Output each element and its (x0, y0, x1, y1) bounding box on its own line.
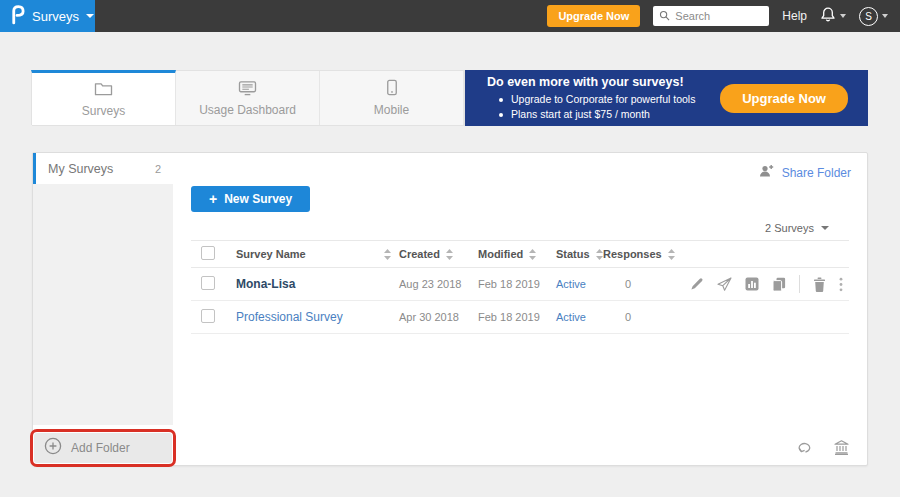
folder-name: My Surveys (48, 162, 113, 176)
upgrade-now-button[interactable]: Upgrade Now (547, 5, 640, 27)
survey-name-link[interactable]: Mona-Lisa (236, 277, 295, 291)
folder-count-badge: 2 (155, 163, 161, 175)
dashboard-icon (238, 80, 257, 99)
sort-icon[interactable] (529, 249, 536, 260)
table-row: Mona-Lisa Aug 23 2018 Feb 18 2019 Active… (191, 268, 849, 301)
tab-label: Usage Dashboard (199, 103, 296, 117)
copy-icon[interactable] (772, 277, 786, 292)
column-header-responses: Responses (603, 248, 662, 260)
upgrade-now-cta-button[interactable]: Upgrade Now (720, 84, 848, 113)
search-icon (659, 7, 670, 25)
survey-count-label: 2 Surveys (765, 222, 814, 234)
plus-icon: + (209, 194, 217, 204)
sidebar-item-my-surveys[interactable]: My Surveys 2 (33, 153, 173, 184)
survey-list-panel: Share Folder + New Survey 2 Surveys Surv… (173, 153, 867, 465)
folders-sidebar: My Surveys 2 Add Folder (33, 153, 173, 465)
created-cell: Apr 30 2018 (399, 311, 478, 323)
surveys-table: Survey Name Created Modified (191, 240, 849, 334)
chevron-down-icon (882, 14, 888, 18)
bell-icon (820, 6, 836, 27)
sort-icon[interactable] (384, 249, 391, 260)
responses-cell: 0 (603, 311, 675, 323)
column-header-survey-name: Survey Name (236, 248, 306, 260)
new-survey-button[interactable]: + New Survey (191, 186, 310, 212)
add-folder-label: Add Folder (71, 441, 130, 455)
survey-name-link[interactable]: Professional Survey (236, 310, 343, 324)
share-folder-label: Share Folder (782, 166, 851, 180)
tab-usage-dashboard[interactable]: Usage Dashboard (176, 71, 320, 125)
folder-icon (94, 81, 113, 100)
sort-icon[interactable] (446, 249, 453, 260)
new-survey-label: New Survey (224, 192, 292, 206)
history-icon[interactable] (797, 441, 814, 454)
send-icon[interactable] (717, 277, 732, 291)
modified-cell: Feb 18 2019 (478, 278, 556, 290)
chevron-down-icon (821, 226, 829, 230)
avatar: S (859, 7, 878, 26)
search-box[interactable] (653, 6, 769, 26)
responses-cell: 0 (603, 278, 675, 290)
table-row: Professional Survey Apr 30 2018 Feb 18 2… (191, 301, 849, 334)
chevron-down-icon (86, 14, 94, 18)
tab-label: Mobile (374, 103, 409, 117)
select-all-cell (191, 246, 236, 262)
sort-icon[interactable] (596, 249, 603, 260)
created-cell: Aug 23 2018 (399, 278, 478, 290)
sort-icon[interactable] (668, 249, 675, 260)
tab-label: Surveys (82, 104, 125, 118)
annotation-highlight: Add Folder (30, 429, 176, 467)
row-checkbox[interactable] (201, 276, 215, 290)
row-checkbox[interactable] (201, 309, 215, 323)
search-input[interactable] (675, 10, 763, 22)
module-tabs: Surveys Usage Dashboard Mobile (32, 70, 465, 126)
top-bar: Surveys Upgrade Now Help S (0, 0, 900, 32)
survey-count-dropdown[interactable]: 2 Surveys (765, 222, 829, 234)
modified-cell: Feb 18 2019 (478, 311, 556, 323)
status-badge: Active (556, 311, 586, 323)
delete-icon[interactable] (813, 277, 826, 292)
promo-title: Do even more with your surveys! (487, 75, 720, 89)
surveys-card: My Surveys 2 Add Folder Share Folder + N… (32, 152, 868, 466)
edit-icon[interactable] (690, 277, 704, 291)
select-all-checkbox[interactable] (201, 246, 215, 260)
folder-list-panel (33, 184, 173, 425)
tab-mobile[interactable]: Mobile (320, 71, 464, 125)
brand-logo-icon (10, 4, 25, 29)
promo-banner: Do even more with your surveys! Upgrade … (465, 70, 868, 126)
status-badge: Active (556, 278, 586, 290)
help-link[interactable]: Help (782, 9, 807, 23)
brand-product-name: Surveys (32, 9, 79, 24)
recycle-bin-icon[interactable] (834, 440, 849, 455)
table-header-row: Survey Name Created Modified (191, 240, 849, 268)
brand-menu[interactable]: Surveys (0, 0, 95, 32)
promo-bullet: Upgrade to Corporate for powerful tools (487, 92, 720, 107)
mobile-icon (386, 79, 398, 99)
more-options-icon[interactable] (839, 277, 843, 292)
chevron-down-icon (840, 14, 846, 18)
divider (799, 275, 800, 293)
notifications-menu[interactable] (820, 6, 846, 27)
column-header-modified: Modified (478, 248, 523, 260)
add-folder-button[interactable]: Add Folder (34, 433, 172, 463)
column-header-status: Status (556, 248, 590, 260)
tab-surveys[interactable]: Surveys (31, 70, 176, 125)
promo-bullet: Plans start at just $75 / month (487, 107, 720, 122)
report-icon[interactable] (745, 277, 759, 291)
column-header-created: Created (399, 248, 440, 260)
share-folder-button[interactable]: Share Folder (758, 164, 851, 182)
add-user-icon (758, 164, 775, 182)
account-menu[interactable]: S (859, 7, 888, 26)
plus-circle-icon (44, 437, 62, 459)
